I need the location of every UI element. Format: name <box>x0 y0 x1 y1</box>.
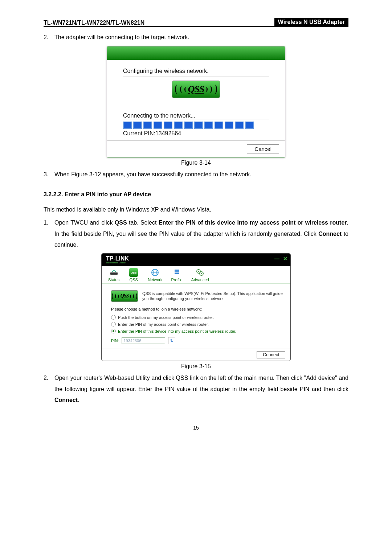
tab-profile[interactable]: Profile <box>171 268 183 283</box>
choose-method-label: Please choose a method to join a wireles… <box>111 307 284 311</box>
qss-icon: QSS <box>128 268 139 277</box>
current-pin-label: Current PIN:13492564 <box>123 130 269 137</box>
svg-rect-6 <box>175 273 179 274</box>
figure-315-caption: Figure 3-15 <box>44 363 348 370</box>
close-icon[interactable]: ✕ <box>283 256 287 262</box>
radio-push-button[interactable]: Push the button on my access point or wi… <box>111 315 284 320</box>
pin-input[interactable] <box>122 337 165 344</box>
twcu-window: TP-LINK The Reliable Choice — ✕ Status Q… <box>101 253 291 361</box>
svg-rect-4 <box>175 270 179 271</box>
header-model: TL-WN721N/TL-WN722N/TL-WN821N <box>44 20 144 26</box>
section-heading: 3.2.2.2. Enter a PIN into your AP device <box>44 191 348 198</box>
qss-configuring-dialog: Configuring the wireless network. QSS Co… <box>107 46 285 157</box>
svg-point-8 <box>198 271 199 272</box>
step-2-top: 2. The adapter will be connecting to the… <box>44 32 348 43</box>
qss-logo-badge: QSS <box>172 81 220 98</box>
tab-status[interactable]: Status <box>108 268 119 283</box>
tab-qss[interactable]: QSS QSS <box>128 268 139 283</box>
step-text: When Figure 3-12 appears, you have succe… <box>54 169 348 180</box>
radio-icon-checked <box>111 329 116 333</box>
tab-network[interactable]: Network <box>148 268 162 283</box>
list-number: 2. <box>44 373 54 406</box>
network-icon <box>150 268 160 277</box>
qss-text: QSS <box>188 84 204 95</box>
refresh-pin-button[interactable]: ↻ <box>168 337 175 344</box>
document-header: TL-WN721N/TL-WN722N/TL-WN821N Wireless N… <box>44 18 348 27</box>
section-intro: This method is available only in Windows… <box>44 204 348 215</box>
tab-advanced[interactable]: Advanced <box>191 268 209 283</box>
twcu-titlebar: TP-LINK The Reliable Choice — ✕ <box>102 254 290 266</box>
list-number: 2. <box>44 32 54 43</box>
radio-enter-ap-pin[interactable]: Enter the PIN of my access point or wire… <box>111 322 284 327</box>
step-text: Open TWCU and click QSS tab. Select Ente… <box>54 217 348 250</box>
signal-icon: QSS <box>112 293 138 299</box>
minimize-icon[interactable]: — <box>274 256 279 262</box>
step-text: The adapter will be connecting to the ta… <box>54 32 348 43</box>
step-2-bottom: 2. Open your router's Web-based Utility … <box>44 373 348 406</box>
radio-enter-device-pin[interactable]: Enter the PIN of this device into my acc… <box>111 329 284 333</box>
svg-point-10 <box>201 273 202 274</box>
qss-logo-badge-small: QSS <box>111 290 138 302</box>
list-number: 3. <box>44 169 54 180</box>
signal-icon: QSS <box>175 84 217 95</box>
configuring-label: Configuring the wireless network. <box>123 68 269 77</box>
radio-icon <box>111 315 116 320</box>
step-text: Open your router's Web-based Utility and… <box>54 373 348 406</box>
page-number: 15 <box>44 425 348 431</box>
radio-icon <box>111 322 116 327</box>
twcu-tabs: Status QSS QSS Network Profile <box>102 266 290 284</box>
figure-314-caption: Figure 3-14 <box>44 160 348 166</box>
cancel-button[interactable]: Cancel <box>247 144 279 153</box>
advanced-icon <box>195 268 205 277</box>
svg-rect-0 <box>110 272 118 275</box>
step-3-top: 3. When Figure 3-12 appears, you have su… <box>44 169 348 180</box>
pin-label: PIN: <box>111 338 119 343</box>
header-title: Wireless N USB Adapter <box>274 18 348 26</box>
tplink-brand: TP-LINK The Reliable Choice <box>106 256 129 264</box>
dialog-titlebar <box>107 47 285 60</box>
svg-rect-5 <box>175 271 179 272</box>
step-1: 1. Open TWCU and click QSS tab. Select E… <box>44 217 348 250</box>
qss-description: QSS is compatible with WPS(Wi-Fi Protect… <box>142 291 284 301</box>
profile-icon <box>171 268 182 277</box>
list-number: 1. <box>44 217 54 250</box>
connecting-label: Connecting to the network... <box>123 112 269 119</box>
connect-button[interactable]: Connect <box>257 351 285 358</box>
progress-bar <box>123 122 269 129</box>
status-icon <box>109 268 119 277</box>
